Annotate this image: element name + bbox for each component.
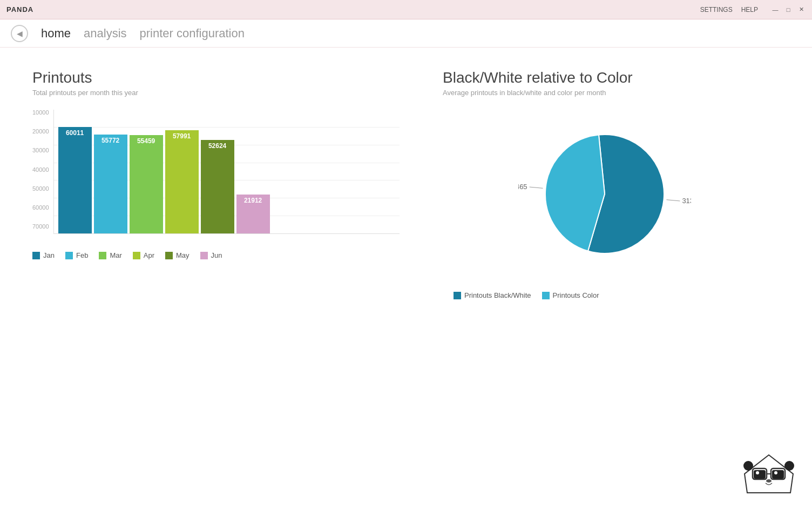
bar-chart-subtitle: Total printouts per month this year [32,89,400,97]
bar: 52624 [201,140,234,233]
pie-chart-svg: 3130724465 [518,118,691,270]
pie-chart-panel: Black/White relative to Color Average pr… [443,69,767,487]
bar-chart-panel: Printouts Total printouts per month this… [32,69,400,487]
back-icon: ◀ [17,29,23,38]
y-axis-label: 50000 [32,186,49,192]
bar-value-label: 21912 [236,197,270,204]
window-controls: — □ ✕ [771,5,806,14]
bar: 55772 [94,135,127,233]
bar-value-label: 52624 [201,142,234,150]
y-axis-label: 70000 [32,224,49,230]
legend-label: Jan [43,251,55,259]
panda-mascot [742,450,796,498]
pie-label-line-0 [667,200,680,201]
pie-label-line-1 [530,187,543,188]
bar: 21912 [236,195,270,233]
nav-bar: ◀ home analysis printer configuration [0,19,812,48]
y-axis-label: 40000 [32,167,49,173]
bar-value-label: 60011 [58,129,92,137]
bar-group: 60011 [58,127,92,233]
svg-point-3 [756,471,759,474]
main-content: Printouts Total printouts per month this… [0,48,812,509]
legend-label: Jun [211,251,222,259]
legend-color-swatch [133,252,140,259]
legend-item: May [165,251,190,259]
bar-group: 57991 [165,130,199,233]
pie-legend-item-0: Printouts Black/White [454,291,531,299]
legend-label: May [176,251,190,259]
help-link[interactable]: HELP [741,6,758,14]
bar-chart-legend: JanFebMarAprMayJun [32,251,400,259]
pie-legend-color-swatch [542,292,550,299]
bar-group: 52624 [201,140,234,233]
pie-chart-subtitle: Average printouts in black/white and col… [443,89,767,97]
svg-point-5 [766,479,772,483]
bar-group: 21912 [236,195,270,233]
panda-svg [742,450,796,498]
pie-value-label-0: 31307 [682,197,691,205]
svg-point-9 [743,461,753,471]
svg-rect-1 [754,470,766,479]
settings-link[interactable]: SETTINGS [700,6,733,14]
nav-printer-config[interactable]: printer configuration [140,26,245,41]
app-title: PANDA [6,5,33,14]
y-axis-label: 30000 [32,148,49,153]
bar-value-label: 55459 [130,137,163,145]
pie-chart-wrapper: 3130724465 [518,118,691,270]
legend-color-swatch [165,252,173,259]
legend-color-swatch [99,252,106,259]
pie-value-label-1: 24465 [518,183,527,191]
legend-label: Mar [110,251,121,259]
legend-label: Apr [144,251,154,259]
legend-item: Mar [99,251,121,259]
back-button[interactable]: ◀ [11,25,28,42]
y-axis-label: 60000 [32,205,49,211]
pie-chart-legend: Printouts Black/WhitePrintouts Color [443,291,767,299]
legend-item: Apr [133,251,154,259]
svg-point-10 [784,461,794,471]
legend-item: Feb [65,251,88,259]
bar-chart-title: Printouts [32,69,400,86]
bar-chart-container: 70000600005000040000300002000010000 6001… [32,110,400,234]
title-bar-controls: SETTINGS HELP — □ ✕ [700,5,806,14]
bar-group: 55772 [94,135,127,233]
pie-legend-color-swatch [454,292,461,299]
pie-legend-item-1: Printouts Color [542,291,599,299]
y-axis-label: 20000 [32,129,49,135]
bar-value-label: 55772 [94,137,127,144]
svg-rect-2 [772,470,784,479]
nav-home[interactable]: home [41,26,71,41]
bar: 60011 [58,127,92,233]
minimize-button[interactable]: — [771,5,780,14]
maximize-button[interactable]: □ [784,5,793,14]
pie-legend-label: Printouts Black/White [464,291,531,299]
bar-chart: 600115577255459579915262421912 [53,110,400,234]
y-axis-label: 10000 [32,110,49,116]
close-button[interactable]: ✕ [797,5,806,14]
bar: 55459 [130,135,163,233]
legend-item: Jun [200,251,222,259]
legend-color-swatch [65,252,73,259]
bar-group: 55459 [130,135,163,233]
pie-legend-label: Printouts Color [553,291,599,299]
title-bar: PANDA SETTINGS HELP — □ ✕ [0,0,812,19]
bar: 57991 [165,130,199,233]
legend-color-swatch [32,252,40,259]
svg-point-4 [774,471,777,474]
bar-value-label: 57991 [165,132,199,140]
legend-item: Jan [32,251,55,259]
pie-chart-title: Black/White relative to Color [443,69,767,86]
nav-analysis[interactable]: analysis [84,26,126,41]
legend-label: Feb [76,251,88,259]
y-axis: 70000600005000040000300002000010000 [32,110,49,234]
legend-color-swatch [200,252,208,259]
